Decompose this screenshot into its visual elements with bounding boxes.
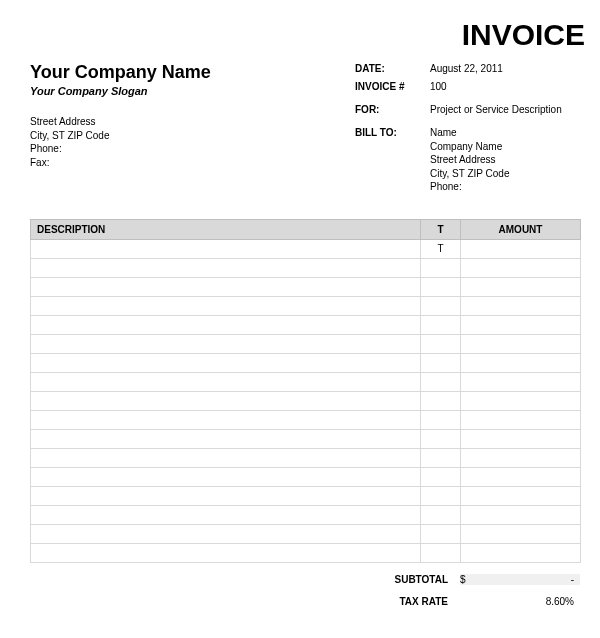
table-row	[31, 353, 581, 372]
cell-amount	[461, 543, 581, 562]
cell-t	[421, 315, 461, 334]
cell-t	[421, 448, 461, 467]
sender-phone-label: Phone:	[30, 142, 355, 156]
company-slogan: Your Company Slogan	[30, 85, 355, 97]
line-items-table: DESCRIPTION T AMOUNT T	[30, 219, 581, 563]
cell-amount	[461, 391, 581, 410]
cell-amount	[461, 353, 581, 372]
billto-block: Name Company Name Street Address City, S…	[430, 126, 580, 194]
billto-phone-label: Phone:	[430, 180, 580, 194]
cell-t: T	[421, 239, 461, 258]
cell-description	[31, 448, 421, 467]
cell-t	[421, 296, 461, 315]
cell-description	[31, 391, 421, 410]
table-row	[31, 524, 581, 543]
cell-t	[421, 258, 461, 277]
sender-address2: City, ST ZIP Code	[30, 129, 355, 143]
cell-amount	[461, 448, 581, 467]
cell-amount	[461, 524, 581, 543]
cell-description	[31, 524, 421, 543]
invoice-number-label: INVOICE #	[355, 80, 430, 93]
cell-description	[31, 258, 421, 277]
table-row	[31, 277, 581, 296]
table-row	[31, 486, 581, 505]
billto-label: BILL TO:	[355, 126, 430, 139]
cell-amount	[461, 296, 581, 315]
sender-address-block: Street Address City, ST ZIP Code Phone: …	[30, 115, 355, 169]
cell-amount	[461, 334, 581, 353]
cell-description	[31, 505, 421, 524]
table-row	[31, 410, 581, 429]
col-header-description: DESCRIPTION	[31, 219, 421, 239]
table-row	[31, 467, 581, 486]
billto-address2: City, ST ZIP Code	[430, 167, 580, 181]
cell-t	[421, 543, 461, 562]
cell-amount	[461, 239, 581, 258]
subtotal-value: $ -	[460, 574, 580, 585]
billto-company: Company Name	[430, 140, 580, 154]
cell-amount	[461, 410, 581, 429]
cell-description	[31, 372, 421, 391]
table-row	[31, 296, 581, 315]
cell-t	[421, 391, 461, 410]
cell-description	[31, 334, 421, 353]
cell-description	[31, 277, 421, 296]
table-row	[31, 505, 581, 524]
table-row: T	[31, 239, 581, 258]
cell-t	[421, 486, 461, 505]
cell-amount	[461, 429, 581, 448]
taxrate-amount: 8.60%	[546, 596, 574, 607]
cell-description	[31, 353, 421, 372]
billto-address1: Street Address	[430, 153, 580, 167]
billto-name: Name	[430, 126, 580, 140]
invoice-number-value: 100	[430, 80, 580, 93]
cell-t	[421, 429, 461, 448]
cell-t	[421, 277, 461, 296]
col-header-amount: AMOUNT	[461, 219, 581, 239]
sender-fax-label: Fax:	[30, 156, 355, 170]
totals-block: SUBTOTAL $ - TAX RATE 8.60%	[30, 569, 580, 613]
table-row	[31, 448, 581, 467]
taxrate-value: 8.60%	[460, 596, 580, 607]
subtotal-amount: -	[571, 574, 574, 585]
cell-description	[31, 315, 421, 334]
cell-description	[31, 410, 421, 429]
cell-t	[421, 353, 461, 372]
cell-description	[31, 429, 421, 448]
cell-t	[421, 410, 461, 429]
table-row	[31, 258, 581, 277]
col-header-t: T	[421, 219, 461, 239]
sender-address1: Street Address	[30, 115, 355, 129]
for-label: FOR:	[355, 103, 430, 116]
cell-amount	[461, 505, 581, 524]
subtotal-currency: $	[460, 574, 466, 585]
date-value: August 22, 2011	[430, 62, 580, 75]
cell-description	[31, 296, 421, 315]
cell-t	[421, 372, 461, 391]
table-row	[31, 315, 581, 334]
table-row	[31, 543, 581, 562]
taxrate-label: TAX RATE	[360, 596, 460, 607]
table-row	[31, 334, 581, 353]
cell-amount	[461, 467, 581, 486]
invoice-title: INVOICE	[30, 18, 585, 52]
cell-t	[421, 524, 461, 543]
table-row	[31, 372, 581, 391]
cell-amount	[461, 258, 581, 277]
table-row	[31, 429, 581, 448]
cell-amount	[461, 372, 581, 391]
cell-amount	[461, 486, 581, 505]
cell-description	[31, 543, 421, 562]
company-name: Your Company Name	[30, 62, 355, 83]
cell-description	[31, 486, 421, 505]
date-label: DATE:	[355, 62, 430, 75]
subtotal-label: SUBTOTAL	[360, 574, 460, 585]
cell-t	[421, 467, 461, 486]
cell-t	[421, 505, 461, 524]
cell-t	[421, 334, 461, 353]
cell-description	[31, 239, 421, 258]
cell-amount	[461, 315, 581, 334]
for-value: Project or Service Description	[430, 103, 580, 116]
cell-amount	[461, 277, 581, 296]
cell-description	[31, 467, 421, 486]
